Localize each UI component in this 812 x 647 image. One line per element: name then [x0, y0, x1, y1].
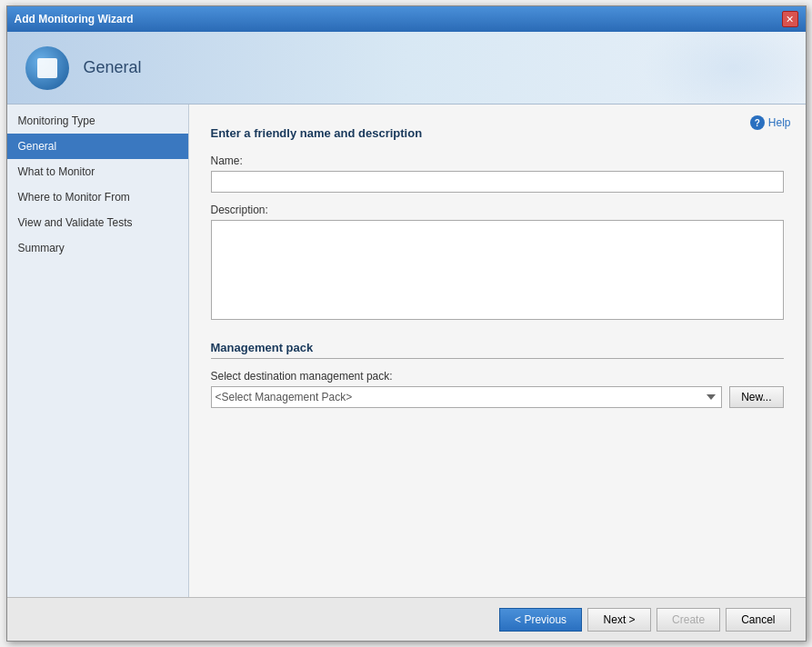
sidebar-item-what-to-monitor[interactable]: What to Monitor	[7, 159, 188, 184]
header-title: General	[84, 58, 142, 77]
window-title: Add Monitoring Wizard	[15, 13, 782, 25]
cancel-button[interactable]: Cancel	[726, 608, 790, 632]
mgmt-pack-section: Management pack Select destination manag…	[211, 341, 784, 408]
wizard-window: Add Monitoring Wizard ✕ General Monitori…	[6, 5, 807, 642]
sidebar-item-where-to-monitor[interactable]: Where to Monitor From	[7, 184, 188, 210]
description-label: Description:	[211, 204, 784, 216]
footer: < Previous Next > Create Cancel	[7, 597, 806, 641]
management-pack-dropdown[interactable]: <Select Management Pack>	[211, 386, 723, 408]
close-button[interactable]: ✕	[782, 11, 798, 27]
mgmt-pack-title: Management pack	[211, 341, 784, 359]
header-band: General	[7, 32, 806, 105]
sidebar-item-general[interactable]: General	[7, 134, 188, 159]
help-icon: ?	[750, 115, 765, 130]
main-content: Monitoring Type General What to Monitor …	[7, 105, 806, 597]
header-icon	[25, 46, 69, 90]
help-link[interactable]: ? Help	[750, 115, 791, 130]
form-section-title: Enter a friendly name and description	[211, 126, 784, 140]
select-label: Select destination management pack:	[211, 370, 784, 383]
next-button[interactable]: Next >	[587, 608, 651, 632]
help-label: Help	[768, 116, 791, 129]
new-button[interactable]: New...	[729, 386, 783, 408]
content-area: ? Help Enter a friendly name and descrip…	[189, 105, 806, 597]
sidebar-item-view-validate[interactable]: View and Validate Tests	[7, 210, 188, 235]
name-field-container: Name:	[211, 154, 784, 193]
create-button[interactable]: Create	[657, 608, 720, 632]
description-field-container: Description:	[211, 204, 784, 323]
header-icon-inner	[37, 58, 57, 78]
previous-button[interactable]: < Previous	[499, 608, 582, 632]
description-input[interactable]	[211, 220, 784, 320]
name-label: Name:	[211, 154, 784, 167]
sidebar: Monitoring Type General What to Monitor …	[7, 105, 189, 597]
name-input[interactable]	[211, 171, 784, 193]
sidebar-item-summary[interactable]: Summary	[7, 235, 188, 261]
sidebar-item-monitoring-type[interactable]: Monitoring Type	[7, 108, 188, 134]
title-bar: Add Monitoring Wizard ✕	[7, 6, 806, 32]
select-row: <Select Management Pack> New...	[211, 386, 784, 408]
